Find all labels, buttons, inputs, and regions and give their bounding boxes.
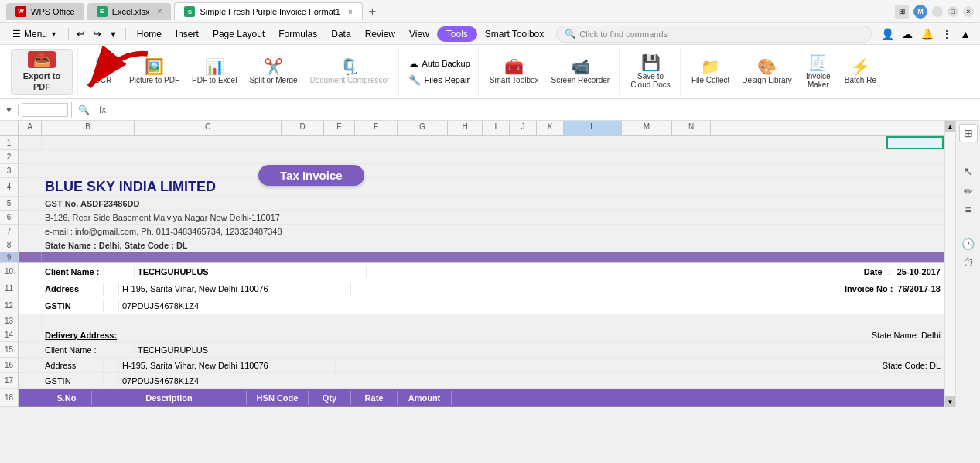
cell-D17[interactable]: 07PDUJS4678K1Z4 — [119, 375, 944, 387]
minimize-button[interactable]: ─ — [932, 6, 943, 17]
cell-C15[interactable]: TECHGURUPLUS — [135, 344, 944, 356]
redo-icon[interactable]: ↪ — [90, 26, 104, 41]
active-tab-close[interactable]: × — [348, 8, 353, 16]
cell-C16-colon[interactable]: : — [104, 359, 119, 372]
col-header-J[interactable]: J — [510, 121, 537, 135]
excel-tab-close[interactable]: × — [158, 7, 162, 15]
cell-D18[interactable]: HSN Code — [247, 391, 309, 405]
scroll-down-button[interactable]: ▼ — [945, 396, 955, 407]
screen-recorder-button[interactable]: 📹 Screen Recorder — [547, 49, 615, 95]
cell-E18[interactable]: Qty — [309, 391, 351, 405]
name-box[interactable] — [22, 103, 68, 117]
menu-view[interactable]: View — [403, 26, 435, 43]
collapse-icon[interactable]: ▲ — [957, 26, 974, 42]
col-header-G[interactable]: G — [398, 121, 448, 135]
invoice-maker-button[interactable]: 🧾 InvoiceMaker — [800, 49, 837, 95]
batch-button[interactable]: ⚡ Batch Re — [840, 49, 881, 95]
menu-smart-toolbox[interactable]: Smart Toolbox — [479, 26, 550, 43]
cell-B10[interactable]: Client Name : — [42, 266, 135, 278]
cloud-icon[interactable]: ☁ — [899, 26, 916, 42]
export-to-pdf-button[interactable]: 📤 Export toPDF — [11, 49, 73, 95]
cell-C10[interactable]: TECHGURUPLUS — [135, 266, 367, 278]
search-bar[interactable]: 🔍 Click to find commands — [556, 26, 872, 43]
notification-icon[interactable]: 🔔 — [917, 26, 937, 42]
cell-B1[interactable] — [42, 136, 886, 149]
share-icon[interactable]: 👤 — [878, 26, 897, 42]
window-icon[interactable]: ⊞ — [895, 5, 909, 19]
close-button[interactable]: × — [963, 6, 974, 17]
cell-C12-colon[interactable]: : — [104, 300, 119, 312]
cell-B6[interactable]: B-126, Rear Side Basement Malviya Nagar … — [42, 211, 944, 224]
files-repair-button[interactable]: 🔧 Files Repair — [405, 73, 473, 87]
undo-icon[interactable]: ↩ — [73, 26, 88, 41]
cell-D12[interactable]: 07PDUJS4678K1Z4 — [119, 300, 944, 312]
align-icon[interactable]: ≡ — [965, 204, 971, 216]
cell-L1[interactable] — [886, 136, 944, 149]
active-tab[interactable]: S Simple Fresh Purple Invoice Format1 × — [174, 2, 362, 20]
save-cloud-button[interactable]: 💾 Save toCloud Docs — [626, 49, 675, 95]
scroll-up-button[interactable]: ▲ — [945, 121, 955, 132]
menu-formulas[interactable]: Formulas — [272, 26, 323, 43]
menu-home[interactable]: Home — [131, 26, 168, 43]
vertical-scrollbar[interactable]: ▲ ▼ — [944, 121, 955, 407]
col-header-B[interactable]: B — [42, 121, 135, 135]
col-header-E[interactable]: E — [324, 121, 355, 135]
col-header-A[interactable]: A — [19, 121, 42, 135]
cell-rest-9[interactable] — [42, 252, 944, 262]
cell-B11[interactable]: Address — [42, 283, 104, 295]
menu-review[interactable]: Review — [359, 26, 401, 43]
col-header-H[interactable]: H — [448, 121, 483, 135]
excel-tab[interactable]: E Excel.xlsx × — [87, 3, 172, 20]
cell-C11-colon[interactable]: : — [104, 283, 119, 295]
cell-A1[interactable] — [19, 136, 42, 149]
menu-page-layout[interactable]: Page Layout — [207, 26, 271, 43]
scroll-track[interactable] — [945, 132, 955, 396]
cell-B14[interactable]: Delivery Address: — [42, 329, 258, 341]
more-icon[interactable]: ⋮ — [938, 26, 955, 42]
col-header-F[interactable]: F — [355, 121, 398, 135]
doc-compressor-button[interactable]: 🗜️ Document Compressor — [306, 49, 394, 95]
cell-C17-colon[interactable]: : — [104, 375, 119, 387]
col-header-C[interactable]: C — [135, 121, 282, 135]
selected-cell[interactable] — [886, 136, 944, 149]
cell-B15[interactable]: Client Name : — [42, 344, 135, 356]
hamburger-menu[interactable]: ☰ Menu ▼ — [6, 26, 63, 43]
cell-B8[interactable]: State Name : Delhi, State Code : DL — [42, 239, 944, 252]
more-undo-icon[interactable]: ▼ — [106, 28, 121, 40]
timer-icon[interactable]: ⏱ — [963, 256, 974, 269]
new-tab-button[interactable]: + — [369, 5, 376, 19]
pdf-to-excel-button[interactable]: 📊 PDF to Excel — [187, 49, 241, 95]
cell-G18[interactable]: Amount — [398, 391, 452, 405]
cell-A9[interactable] — [19, 252, 42, 262]
auto-backup-button[interactable]: ☁ Auto Backup — [405, 57, 473, 71]
col-header-I[interactable]: I — [483, 121, 510, 135]
cell-B16[interactable]: Address — [42, 359, 104, 372]
col-header-M[interactable]: M — [622, 121, 672, 135]
history-icon[interactable]: 🕐 — [961, 238, 975, 250]
formula-input[interactable] — [112, 103, 977, 117]
col-header-L[interactable]: L — [564, 121, 622, 135]
wps-office-tab[interactable]: W WPS Office — [6, 3, 84, 20]
cell-C18[interactable]: Description — [92, 391, 247, 405]
cell-row2-rest[interactable] — [560, 150, 944, 163]
cell-state-name-14[interactable]: State Name: Delhi — [258, 329, 944, 341]
cell-B7[interactable]: e-mail : info@gmail.com, Ph. 011-3483465… — [42, 225, 944, 238]
cell-A13[interactable] — [19, 314, 42, 328]
cell-D11[interactable]: H-195, Sarita Vihar, New Delhi 110076 — [119, 283, 351, 295]
cell-state-code-16[interactable]: State Code: DL — [336, 359, 944, 372]
cell-invoiceno-11[interactable]: Invoice No : 76/2017-18 — [351, 283, 944, 294]
cell-B12[interactable]: GSTIN — [42, 300, 104, 312]
cell-F18[interactable]: Rate — [351, 391, 398, 405]
cell-D16[interactable]: H-195, Sarita Vihar, New Delhi 110076 — [119, 359, 336, 372]
col-header-D[interactable]: D — [282, 121, 324, 135]
picture-to-pdf-button[interactable]: 🖼️ Picture to PDF — [125, 49, 184, 95]
cell-B18[interactable]: S.No — [42, 391, 92, 405]
file-collect-button[interactable]: 📁 File Collect — [687, 49, 734, 95]
menu-tools[interactable]: Tools — [437, 26, 477, 42]
design-library-button[interactable]: 🎨 Design Library — [737, 49, 796, 95]
user-avatar[interactable]: M — [913, 5, 927, 19]
cell-rest-13[interactable] — [42, 314, 944, 328]
cursor-icon[interactable]: ↖ — [963, 164, 973, 179]
col-header-N[interactable]: N — [672, 121, 711, 135]
cell-B5[interactable]: GST No. ASDF23486DD — [42, 197, 944, 210]
